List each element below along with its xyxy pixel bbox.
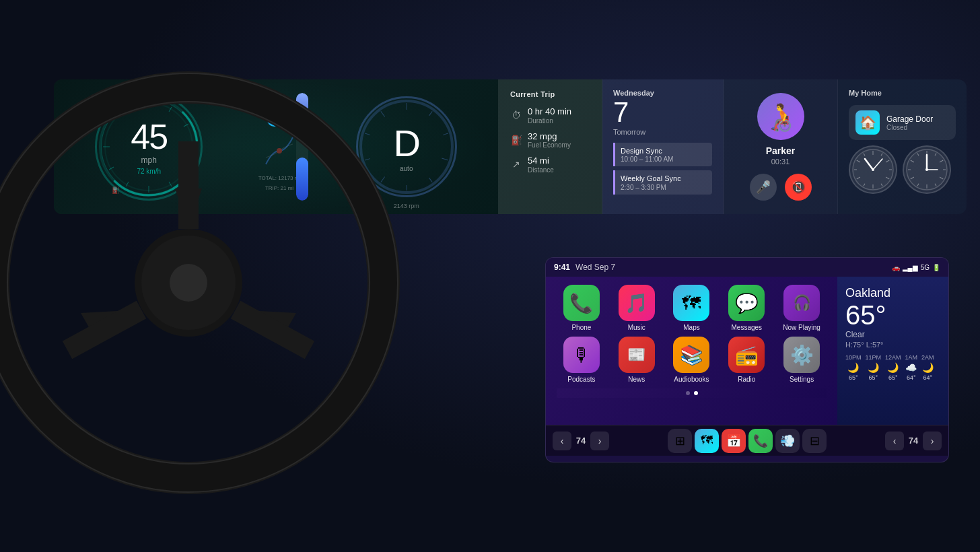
carplay-main: 📞 Phone 🎵 Music 🗺 Maps 💬 Messages 🎧 [546, 277, 948, 425]
distance-icon: ↗ [510, 158, 522, 170]
home-panel-title: My Home [849, 89, 956, 97]
hour-12am-icon: 🌙 [887, 362, 899, 373]
maps-nav-icon: 🗺 [267, 102, 291, 127]
status-info: 🚗 ▂▄▆ 5G 🔋 [892, 264, 940, 271]
cal-event-2-title: Weekly Goal Sync [621, 174, 707, 183]
fuel-label: Fuel Economy [528, 141, 571, 149]
nav-center: 🗺 TOTAL: 12173 mi TRIP: 21 mi [258, 102, 300, 191]
dock-right-forward-btn[interactable]: › [923, 432, 942, 450]
dashboard-screen: ⛽ 45 mph 72 km/h 🗺 TOTAL: 12173 mi TRIP:… [54, 79, 967, 214]
page-dots [557, 388, 827, 398]
duration-label: Duration [528, 117, 571, 125]
cal-date: 7 [613, 98, 712, 127]
weather-temp: 65° [845, 302, 940, 329]
dock-phone-btn[interactable]: 📞 [748, 429, 773, 453]
call-panel: 🧑‍🦽 Parker 00:31 🎤 📵 [724, 79, 838, 214]
garage-door-item[interactable]: 🏠 Garage Door Closed [849, 105, 956, 140]
caller-name: Parker [766, 145, 796, 156]
app-podcasts[interactable]: 🎙 Podcasts [559, 337, 604, 383]
app-row-1: 📞 Phone 🎵 Music 🗺 Maps 💬 Messages 🎧 [557, 285, 827, 331]
drive-ring: D auto [356, 96, 457, 197]
app-music[interactable]: 🎵 Music [614, 285, 660, 331]
dot-2 [694, 391, 698, 395]
maps-label: Maps [683, 324, 699, 331]
speed-sub: 72 km/h [137, 168, 161, 175]
app-messages[interactable]: 💬 Messages [724, 285, 769, 331]
news-label: News [628, 376, 645, 383]
dock-forward-btn[interactable]: › [590, 432, 609, 450]
settings-icon: ⚙️ [783, 337, 820, 373]
app-phone[interactable]: 📞 Phone [559, 285, 604, 331]
calendar-panel: Wednesday 7 Tomorrow Design Sync 10:00 –… [602, 79, 724, 214]
trip-panel-title: Current Trip [510, 90, 590, 98]
app-settings[interactable]: ⚙️ Settings [779, 337, 825, 383]
cal-event-1: Design Sync 10:00 – 11:00 AM [613, 143, 712, 166]
messages-label: Messages [731, 324, 762, 331]
drive-gauge: D auto 2143 rpm [356, 96, 457, 197]
hour-12am-time: 12AM [885, 354, 901, 361]
phone-label: Phone [571, 324, 591, 331]
podcasts-icon: 🎙 [563, 337, 600, 373]
nowplaying-icon: 🎧 [783, 285, 820, 321]
hour-11pm: 11PM 🌙 65° [866, 354, 882, 381]
weather-desc: Clear [845, 330, 940, 339]
dock-right-back-btn[interactable]: ‹ [885, 432, 904, 450]
duration-icon: ⏱ [510, 109, 522, 121]
app-news[interactable]: 📰 News [614, 337, 660, 383]
hour-10pm: 10PM 🌙 65° [845, 354, 862, 381]
dock-calendar-btn[interactable]: 📅 [722, 429, 746, 453]
svg-point-20 [277, 148, 282, 153]
weather-hilo: H:75° L:57° [845, 341, 940, 349]
dock-extra-btn[interactable]: ⊟ [802, 429, 827, 453]
status-date: Wed Sep 7 [575, 263, 615, 272]
battery-icon: 🔋 [932, 264, 940, 271]
hour-2am-temp: 64° [923, 374, 933, 381]
hour-12am-temp: 65° [888, 374, 898, 381]
radio-label: Radio [738, 376, 755, 383]
carplay-dock: ‹ 74 › ⊞ 🗺 📅 📞 💨 ⊟ ‹ 74 › [546, 425, 948, 456]
cal-event-1-time: 10:00 – 11:00 AM [621, 156, 707, 163]
app-radio[interactable]: 📻 Radio [724, 337, 769, 383]
trip-stat-duration: ⏱ 0 hr 40 min Duration [510, 106, 590, 125]
call-actions: 🎤 📵 [750, 174, 812, 201]
cal-event-2-time: 2:30 – 3:30 PM [621, 184, 707, 191]
signal-bars: ▂▄▆ [903, 264, 918, 271]
messages-icon: 💬 [728, 285, 765, 321]
carplay-screen: 9:41 Wed Sep 7 🚗 ▂▄▆ 5G 🔋 📞 Phone 🎵 Musi… [545, 257, 949, 462]
trip-panel: Current Trip ⏱ 0 hr 40 min Duration ⛽ 32… [498, 79, 602, 214]
drive-sub: auto [400, 165, 413, 172]
total-display: TOTAL: 12173 mi [258, 175, 300, 181]
trip-display: TRIP: 21 mi [265, 185, 293, 191]
mute-button[interactable]: 🎤 [750, 174, 777, 201]
app-nowplaying[interactable]: 🎧 Now Playing [779, 285, 825, 331]
hour-1am: 1AM ☁️ 64° [905, 354, 918, 381]
distance-value: 54 mi [528, 156, 554, 166]
dock-left-nav: ‹ 74 › [553, 432, 609, 450]
audiobooks-label: Audiobooks [674, 376, 709, 383]
vertical-bar-gauge [296, 93, 308, 201]
radio-icon: 📻 [728, 337, 765, 373]
carplay-icon: 🚗 [892, 264, 900, 271]
clocks-row [849, 145, 956, 194]
music-label: Music [628, 324, 645, 331]
maps-icon: 🗺 [673, 285, 709, 321]
home-panel: My Home 🏠 Garage Door Closed [838, 79, 967, 214]
app-maps[interactable]: 🗺 Maps [668, 285, 714, 331]
hour-2am: 2AM 🌙 64° [921, 354, 934, 381]
weather-hourly: 10PM 🌙 65° 11PM 🌙 65° 12AM 🌙 65° 1AM ☁️ [845, 354, 940, 381]
end-call-button[interactable]: 📵 [785, 174, 812, 201]
instrument-cluster: ⛽ 45 mph 72 km/h 🗺 TOTAL: 12173 mi TRIP:… [54, 79, 498, 214]
hour-11pm-temp: 65° [868, 374, 878, 381]
audiobooks-icon: 📚 [673, 337, 709, 373]
cal-event-1-title: Design Sync [621, 146, 707, 156]
dot-1 [686, 391, 690, 395]
carplay-statusbar: 9:41 Wed Sep 7 🚗 ▂▄▆ 5G 🔋 [546, 258, 948, 277]
app-audiobooks[interactable]: 📚 Audiobooks [668, 337, 714, 383]
dock-back-btn[interactable]: ‹ [553, 432, 571, 450]
dock-maps-btn[interactable]: 🗺 [695, 429, 719, 453]
hour-11pm-time: 11PM [866, 354, 882, 361]
speed-value: 45 [131, 119, 167, 154]
trip-stat-fuel: ⛽ 32 mpg Fuel Economy [510, 131, 590, 149]
dock-grid-btn[interactable]: ⊞ [668, 429, 692, 453]
dock-fan-btn[interactable]: 💨 [775, 429, 800, 453]
